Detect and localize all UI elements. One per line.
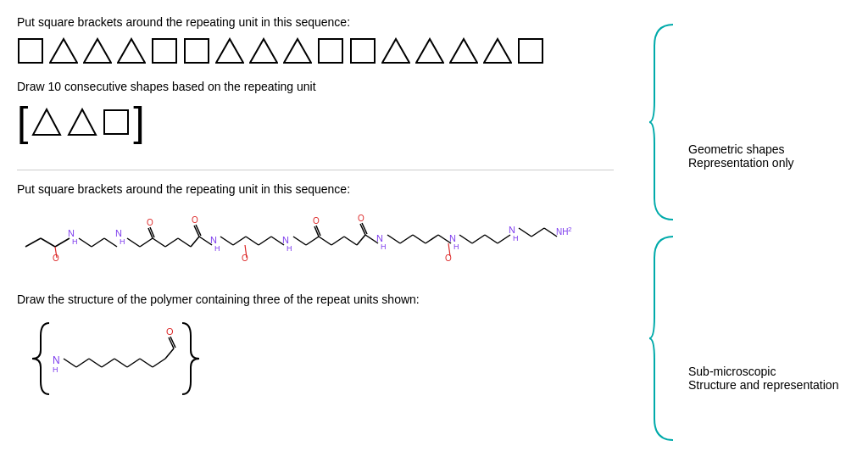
svg-rect-10 <box>351 39 375 63</box>
right-label-top: Geometric shapes Representation only <box>688 142 794 170</box>
svg-line-26 <box>104 238 117 247</box>
svg-line-19 <box>25 238 41 247</box>
svg-rect-18 <box>104 110 128 134</box>
shape-tri-1 <box>49 37 78 64</box>
svg-text:O: O <box>166 326 174 337</box>
fourth-section: Draw the structure of the polymer contai… <box>17 293 614 399</box>
right-label-bottom-line2: Structure and representation <box>688 378 838 392</box>
instruction-2: Draw 10 consecutive shapes based on the … <box>17 80 614 93</box>
svg-marker-11 <box>382 39 409 63</box>
right-panel: Geometric shapes Representation only Sub… <box>631 0 868 457</box>
svg-text:H: H <box>214 244 220 253</box>
svg-line-81 <box>544 228 557 237</box>
svg-line-76 <box>498 235 510 243</box>
svg-line-79 <box>519 228 531 237</box>
svg-line-92 <box>64 359 76 367</box>
svg-line-96 <box>114 359 127 367</box>
shape-tri-6 <box>283 37 312 64</box>
shape-tri-9 <box>449 37 478 64</box>
svg-text:H: H <box>381 242 387 251</box>
svg-line-98 <box>140 359 153 367</box>
svg-text:H: H <box>53 365 58 374</box>
chemical-chain-svg: N H N H <box>17 204 610 272</box>
svg-line-25 <box>92 238 104 247</box>
svg-text:H: H <box>120 237 125 246</box>
svg-text:NH: NH <box>556 227 568 237</box>
svg-text:O: O <box>445 254 452 263</box>
svg-marker-7 <box>250 39 277 63</box>
bracket-tri-2 <box>67 108 97 137</box>
svg-text:O: O <box>242 254 248 263</box>
bracket-tri-1 <box>31 108 62 137</box>
svg-rect-4 <box>153 39 176 63</box>
svg-line-36 <box>178 238 191 247</box>
left-panel: Put square brackets around the repeating… <box>0 0 631 457</box>
shape-square-4 <box>317 37 344 64</box>
shape-tri-7 <box>381 37 410 64</box>
svg-line-57 <box>331 237 344 245</box>
bracket-inner-shapes <box>31 108 130 137</box>
svg-rect-0 <box>19 39 42 63</box>
right-label-bottom: Sub-microscopic Structure and representa… <box>688 365 838 392</box>
svg-line-44 <box>220 237 233 245</box>
bracket-square-1 <box>103 109 130 136</box>
shape-tri-4 <box>215 37 244 64</box>
svg-line-56 <box>319 237 331 245</box>
svg-line-24 <box>79 238 92 247</box>
shape-square-5 <box>349 37 376 64</box>
svg-marker-17 <box>69 109 96 135</box>
svg-line-94 <box>89 359 102 367</box>
svg-rect-15 <box>519 39 542 63</box>
svg-text:H: H <box>72 237 78 246</box>
svg-line-34 <box>153 238 165 247</box>
svg-line-35 <box>165 238 178 247</box>
right-label-bottom-line1: Sub-microscopic <box>688 365 838 378</box>
svg-text:O: O <box>313 216 320 226</box>
right-label-top-line1: Geometric shapes <box>688 142 794 156</box>
svg-text:2: 2 <box>568 226 572 233</box>
svg-line-67 <box>400 235 413 243</box>
second-section: Draw 10 consecutive shapes based on the … <box>17 80 614 142</box>
svg-line-47 <box>259 237 271 245</box>
shape-square-6 <box>517 37 544 64</box>
svg-text:O: O <box>358 214 364 223</box>
svg-marker-6 <box>216 39 243 63</box>
svg-line-95 <box>102 359 114 367</box>
right-label-top-line2: Representation only <box>688 156 794 170</box>
svg-line-97 <box>127 359 140 367</box>
svg-line-73 <box>459 235 472 243</box>
svg-marker-16 <box>33 109 60 135</box>
svg-text:H: H <box>287 244 292 253</box>
top-section: Put square brackets around the repeating… <box>17 15 614 80</box>
shape-square-3 <box>183 37 210 64</box>
shape-square-2 <box>151 37 178 64</box>
svg-line-45 <box>233 237 246 245</box>
svg-marker-13 <box>450 39 477 63</box>
svg-line-37 <box>191 237 199 247</box>
right-bracket-1: ] <box>133 102 144 142</box>
svg-line-74 <box>472 235 485 243</box>
svg-marker-8 <box>284 39 311 63</box>
svg-line-100 <box>165 348 174 359</box>
svg-rect-5 <box>185 39 209 63</box>
right-bracket-bottom <box>648 232 682 444</box>
svg-line-59 <box>357 235 365 245</box>
chemical-chain: N H N H <box>17 204 614 272</box>
right-section-bottom: Sub-microscopic Structure and representa… <box>648 228 851 449</box>
svg-marker-1 <box>50 39 77 63</box>
shape-tri-2 <box>83 37 112 64</box>
svg-line-93 <box>76 359 89 367</box>
svg-line-20 <box>41 238 55 247</box>
shapes-sequence-row <box>17 37 614 64</box>
polymer-structure-svg: N H <box>17 315 229 399</box>
polymer-structure: N H <box>17 315 614 399</box>
svg-marker-2 <box>84 39 111 63</box>
svg-text:N: N <box>53 354 60 366</box>
main-container: Put square brackets around the repeating… <box>0 0 868 457</box>
svg-text:H: H <box>453 242 459 251</box>
svg-line-99 <box>153 359 165 367</box>
shape-tri-5 <box>249 37 278 64</box>
svg-line-46 <box>246 237 259 245</box>
third-section: Put square brackets around the repeating… <box>17 182 614 284</box>
shape-tri-10 <box>483 37 512 64</box>
